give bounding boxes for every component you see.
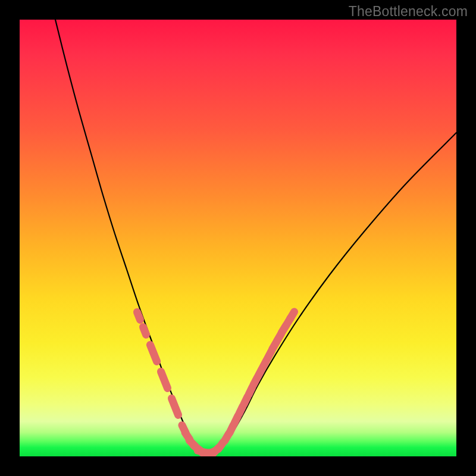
bottleneck-curve xyxy=(55,20,456,454)
highlight-dot xyxy=(137,312,140,320)
highlight-dots xyxy=(137,312,294,455)
highlight-dot xyxy=(154,354,156,362)
chart-frame: TheBottleneck.com xyxy=(0,0,476,476)
highlight-dot xyxy=(290,312,294,319)
highlight-dot xyxy=(143,327,146,335)
highlight-dot xyxy=(164,381,167,389)
watermark-text: TheBottleneck.com xyxy=(349,4,468,20)
highlight-dot xyxy=(175,408,178,415)
plot-area xyxy=(20,20,456,456)
curve-layer xyxy=(20,20,456,456)
